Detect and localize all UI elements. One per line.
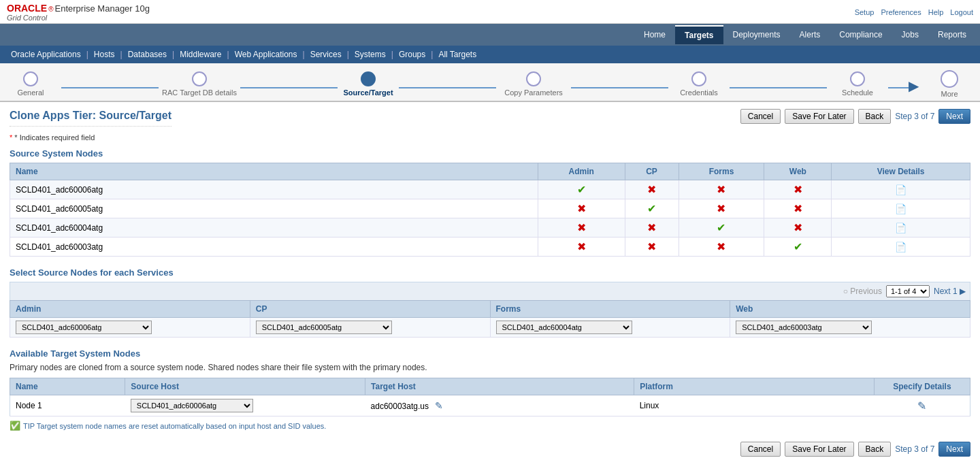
admin-select[interactable]: SCLD401_adc60006atg SCLD401_adc60005atg … bbox=[16, 321, 152, 334]
view-details-icon[interactable]: 📄 bbox=[895, 203, 906, 214]
step-credentials: Credentials bbox=[668, 71, 730, 97]
pagination-select[interactable]: 1-1 of 4 bbox=[886, 285, 930, 297]
back-button-bottom[interactable]: Back bbox=[858, 442, 892, 457]
oracle-trademark: ® bbox=[48, 5, 53, 13]
node-admin-3: ✖ bbox=[538, 218, 625, 238]
step-arrow-container: ▶ bbox=[888, 76, 919, 93]
preferences-link[interactable]: Preferences bbox=[881, 8, 921, 16]
sub-nav-groups[interactable]: Groups bbox=[395, 48, 429, 61]
cancel-button-bottom[interactable]: Cancel bbox=[740, 442, 781, 457]
select-source-nodes-header: Select Source Nodes for each Services bbox=[10, 267, 970, 278]
logo-area: ORACLE ® Enterprise Manager 10g Grid Con… bbox=[7, 3, 150, 22]
node-admin-2: ✖ bbox=[538, 199, 625, 218]
view-details-icon[interactable]: 📄 bbox=[895, 242, 906, 252]
node-name-2: SCLD401_adc60005atg bbox=[10, 199, 538, 218]
next-1-link[interactable]: Next 1 ▶ bbox=[934, 287, 966, 296]
sub-nav-sep-6: | bbox=[347, 50, 349, 59]
back-button-top[interactable]: Back bbox=[858, 109, 892, 124]
source-host-select[interactable]: SCLD401_adc60006atg SCLD401_adc60005atg … bbox=[131, 399, 253, 412]
step-arrow-icon: ▶ bbox=[909, 79, 919, 93]
save-for-later-button-bottom[interactable]: Save For Later bbox=[785, 442, 853, 457]
sub-nav-systems[interactable]: Systems bbox=[350, 48, 390, 61]
step-schedule: Schedule bbox=[827, 71, 888, 97]
node-1-specify-details[interactable]: ✎ bbox=[874, 395, 970, 416]
step-dot-schedule bbox=[850, 71, 865, 86]
logout-link[interactable]: Logout bbox=[950, 8, 973, 16]
save-for-later-button-top[interactable]: Save For Later bbox=[785, 109, 853, 124]
nav-jobs[interactable]: Jobs bbox=[892, 26, 928, 44]
step-line-3 bbox=[399, 87, 496, 88]
col-header-specify-details: Specify Details bbox=[874, 378, 970, 395]
source-system-nodes-header: Source System Nodes bbox=[10, 148, 970, 159]
sub-nav-all-targets[interactable]: All Targets bbox=[434, 48, 480, 61]
check-icon: ✔ bbox=[647, 203, 656, 214]
step-label-credentials: Credentials bbox=[680, 88, 718, 97]
step-label-copy-params: Copy Parameters bbox=[504, 88, 563, 97]
sub-nav-services[interactable]: Services bbox=[306, 48, 346, 61]
x-icon: ✖ bbox=[647, 222, 656, 233]
grid-control-subtitle: Grid Control bbox=[7, 14, 150, 22]
edit-target-host-icon[interactable]: ✎ bbox=[435, 400, 443, 411]
check-icon: ✔ bbox=[717, 222, 725, 233]
col-header-web-svc: Web bbox=[730, 301, 970, 318]
node-forms-4: ✖ bbox=[679, 238, 764, 257]
x-icon: ✖ bbox=[577, 203, 586, 214]
web-select[interactable]: SCLD401_adc60006atg SCLD401_adc60005atg … bbox=[736, 321, 872, 334]
table-row: SCLD401_adc60006atg ✔ ✖ ✖ ✖ 📄 bbox=[10, 180, 970, 199]
col-header-admin-svc: Admin bbox=[10, 301, 250, 318]
node-forms-2: ✖ bbox=[679, 199, 764, 218]
step-line-6 bbox=[888, 87, 909, 88]
node-forms-1: ✖ bbox=[679, 180, 764, 199]
admin-dropdown-cell: SCLD401_adc60006atg SCLD401_adc60005atg … bbox=[10, 318, 250, 338]
select-source-header-row: Admin CP Forms Web bbox=[10, 301, 970, 318]
specify-details-edit-icon[interactable]: ✎ bbox=[917, 400, 926, 412]
nav-home[interactable]: Home bbox=[634, 26, 675, 44]
cp-select[interactable]: SCLD401_adc60006atg SCLD401_adc60005atg … bbox=[256, 321, 392, 334]
nav-alerts[interactable]: Alerts bbox=[790, 26, 830, 44]
view-details-icon[interactable]: 📄 bbox=[895, 223, 906, 233]
sub-nav-databases[interactable]: Databases bbox=[124, 48, 171, 61]
check-icon: ✔ bbox=[577, 184, 586, 195]
help-link[interactable]: Help bbox=[928, 8, 944, 16]
setup-link[interactable]: Setup bbox=[855, 8, 875, 16]
sub-nav-hosts[interactable]: Hosts bbox=[90, 48, 119, 61]
next-button-bottom[interactable]: Next bbox=[938, 442, 970, 457]
em-title: Enterprise Manager 10g bbox=[55, 3, 150, 14]
step-line-2 bbox=[240, 87, 338, 88]
target-host-value: adc60003atg.us bbox=[371, 402, 429, 411]
node-details-1[interactable]: 📄 bbox=[832, 180, 970, 199]
step-info-top: Step 3 of 7 bbox=[895, 112, 934, 121]
node-details-4[interactable]: 📄 bbox=[832, 238, 970, 257]
col-header-node-name: Name bbox=[10, 378, 125, 395]
x-icon: ✖ bbox=[647, 241, 656, 252]
node-1-name: Node 1 bbox=[10, 395, 125, 416]
node-details-2[interactable]: 📄 bbox=[832, 199, 970, 218]
x-icon: ✖ bbox=[577, 241, 586, 252]
top-action-buttons: Cancel Save For Later Back Step 3 of 7 N… bbox=[740, 109, 970, 124]
next-1-text: Next 1 bbox=[934, 287, 958, 296]
node-web-3: ✖ bbox=[764, 218, 832, 238]
forms-select[interactable]: SCLD401_adc60006atg SCLD401_adc60005atg … bbox=[496, 321, 632, 334]
tip-check-icon: ✅ bbox=[10, 421, 20, 431]
step-label-more: More bbox=[941, 90, 958, 98]
node-details-3[interactable]: 📄 bbox=[832, 218, 970, 238]
nav-tabs: Home Targets Deployments Alerts Complian… bbox=[634, 25, 976, 44]
x-icon: ✖ bbox=[794, 222, 802, 233]
sub-nav-middleware[interactable]: Middleware bbox=[176, 48, 225, 61]
logo-container: ORACLE ® Enterprise Manager 10g Grid Con… bbox=[7, 3, 150, 22]
cancel-button-top[interactable]: Cancel bbox=[740, 109, 781, 124]
select-source-nodes-table: Admin CP Forms Web SCLD401_adc60006atg S… bbox=[10, 300, 970, 338]
nav-reports[interactable]: Reports bbox=[928, 26, 976, 44]
view-details-icon[interactable]: 📄 bbox=[895, 184, 906, 195]
col-header-cp: CP bbox=[625, 163, 679, 180]
step-dot-credentials bbox=[691, 71, 706, 86]
sub-nav-oracle-apps[interactable]: Oracle Applications bbox=[7, 48, 85, 61]
next-button-top[interactable]: Next bbox=[938, 109, 970, 124]
sub-nav-web-apps[interactable]: Web Applications bbox=[231, 48, 301, 61]
node-web-2: ✖ bbox=[764, 199, 832, 218]
nav-deployments[interactable]: Deployments bbox=[723, 26, 790, 44]
nav-targets[interactable]: Targets bbox=[675, 25, 723, 44]
step-dot-source-target bbox=[361, 71, 376, 86]
nav-compliance[interactable]: Compliance bbox=[830, 26, 892, 44]
step-line-1 bbox=[61, 87, 159, 88]
